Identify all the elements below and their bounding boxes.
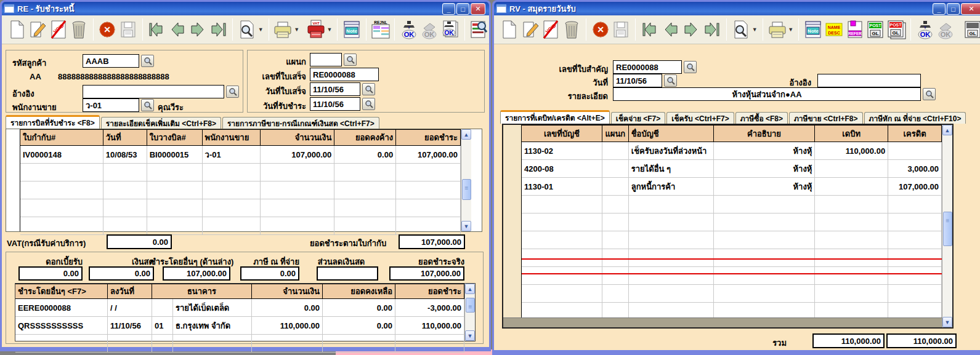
- tab-sales-tax[interactable]: ภาษีขาย <Ctrl+F8>: [789, 112, 863, 124]
- preview-icon[interactable]: [237, 18, 257, 41]
- voucher-search-button[interactable]: [684, 61, 697, 73]
- print-dropdown[interactable]: ▼: [294, 26, 299, 33]
- next-record-icon[interactable]: [188, 18, 208, 41]
- journal-row[interactable]: 1130-02 เช็ครับลงวันที่ล่วงหน้า ห้างหุ้ …: [522, 142, 942, 160]
- approve-ok-icon[interactable]: ▼OK: [399, 18, 419, 41]
- pay-date-field[interactable]: 11/10/56: [310, 97, 360, 111]
- department-field[interactable]: [310, 53, 342, 66]
- document-search-icon[interactable]: [469, 18, 489, 41]
- journal-hscrollbar[interactable]: [503, 317, 942, 327]
- tab-debit-credit[interactable]: รายการที่เดบิท/เครดิต <Alt+E>: [500, 110, 610, 124]
- scroll-down-icon[interactable]: ▼: [461, 221, 471, 231]
- rv-reference-field[interactable]: [817, 74, 921, 87]
- next-record-icon[interactable]: [681, 18, 702, 41]
- prev-record-icon[interactable]: [167, 18, 187, 41]
- voucher-no-field[interactable]: RE0000088: [613, 60, 682, 74]
- other-scrollbar[interactable]: ▲ ▼: [464, 284, 475, 341]
- gl-partial-icon[interactable]: GL: [962, 18, 980, 41]
- minimize-button[interactable]: _: [442, 3, 455, 15]
- name-desc-icon[interactable]: NAMEDESC: [824, 18, 844, 41]
- salesman-search-button[interactable]: [141, 99, 154, 111]
- tab-bills[interactable]: รายการบิลที่รับชำระ <F8>: [6, 115, 100, 129]
- invoice-total-field[interactable]: 107,000.00: [399, 234, 465, 249]
- first-record-icon[interactable]: [639, 18, 660, 41]
- date-search-button[interactable]: [664, 74, 677, 87]
- actual-field[interactable]: 107,000.00: [389, 266, 464, 281]
- tab-purchase-tax[interactable]: ภาษีซื้อ <F8>: [735, 112, 788, 124]
- department-search-button[interactable]: [344, 54, 357, 66]
- scroll-down-icon[interactable]: ▼: [465, 330, 475, 341]
- other-row[interactable]: EERE0000088 / / รายได้เบ็ดเตล็ด 0.00 0.0…: [15, 299, 464, 317]
- approve-all-ok-icon[interactable]: OK: [440, 18, 460, 41]
- journal-row[interactable]: 4200-08 รายได้อื่น ๆ ห้างหุ้ 3,000.00: [522, 160, 942, 178]
- close-button[interactable]: ✕: [961, 3, 980, 15]
- col-other-paid[interactable]: ยอดชำระ: [395, 284, 464, 299]
- wht-field[interactable]: 0.00: [240, 266, 299, 281]
- void-document-icon[interactable]: VOID: [540, 18, 561, 41]
- col-credit[interactable]: เครดิต: [888, 125, 942, 142]
- other-field[interactable]: 107,000.00: [163, 266, 230, 281]
- customer-code-field[interactable]: AAAB: [83, 54, 139, 68]
- preview-dropdown[interactable]: ▼: [258, 26, 264, 33]
- receipt-no-field[interactable]: RE0000088: [310, 68, 379, 81]
- col-paid[interactable]: ยอดชำระ: [396, 129, 461, 146]
- pay-date-search-button[interactable]: [362, 98, 375, 110]
- save-icon[interactable]: [611, 18, 632, 41]
- post-gl-all-icon[interactable]: POSTGL: [886, 18, 907, 41]
- col-billing[interactable]: ใบวางบิล#: [147, 129, 203, 146]
- col-other-doc[interactable]: ชำระโดยอื่นๆ <F7>: [15, 284, 108, 299]
- col-debit[interactable]: เดบิท: [815, 125, 888, 142]
- cancel-icon[interactable]: ✕: [590, 18, 611, 41]
- col-date[interactable]: วันที่: [103, 129, 147, 146]
- journal-scrollbar[interactable]: ▲ ▼: [942, 125, 952, 327]
- description-search-button[interactable]: [923, 88, 936, 100]
- col-other-amount[interactable]: จำนวนเงิน: [252, 284, 323, 299]
- delete-icon[interactable]: [561, 18, 582, 41]
- scroll-up-icon[interactable]: ▲: [465, 284, 475, 294]
- print-icon[interactable]: [767, 18, 788, 41]
- unapprove-ok-icon[interactable]: OK: [936, 18, 957, 41]
- bills-scrollbar[interactable]: ▲ ▼: [461, 129, 471, 231]
- tab-cheque-pay[interactable]: เช็คจ่าย <F7>: [611, 112, 665, 124]
- col-amount[interactable]: จำนวนเงิน: [261, 129, 334, 146]
- col-other-balance[interactable]: ยอดคงเหลือ: [323, 284, 395, 299]
- minimize-button[interactable]: _: [933, 3, 946, 15]
- interest-field[interactable]: 0.00: [18, 266, 83, 281]
- tab-cheque-receive[interactable]: เช็ครับ <Ctrl+F7>: [666, 112, 734, 124]
- last-record-icon[interactable]: [702, 18, 723, 41]
- col-salesman[interactable]: พนักงานขาย: [203, 129, 261, 146]
- post-gl-icon[interactable]: POSTGL: [865, 18, 886, 41]
- new-document-icon[interactable]: [499, 18, 520, 41]
- reference-field[interactable]: [83, 85, 224, 98]
- salesman-field[interactable]: ว-01: [83, 98, 139, 112]
- date-field[interactable]: 11/10/56: [613, 74, 662, 87]
- void-document-icon[interactable]: VOID: [48, 18, 68, 41]
- note-icon[interactable]: Note: [341, 18, 362, 41]
- discount-field[interactable]: [317, 266, 378, 281]
- preview-dropdown[interactable]: ▼: [752, 26, 758, 33]
- prev-record-icon[interactable]: [660, 18, 681, 41]
- preview-icon[interactable]: [731, 18, 751, 41]
- col-account[interactable]: เลขที่บัญชี: [522, 125, 602, 142]
- cash-field[interactable]: 0.00: [89, 266, 154, 281]
- reference-search-button[interactable]: [226, 86, 239, 98]
- note-icon[interactable]: Note: [803, 18, 824, 41]
- print-icon[interactable]: [273, 18, 293, 41]
- description-field[interactable]: ห้างหุ้นส่วนจำก●AA: [613, 87, 921, 101]
- tab-sales-tax[interactable]: รายการภาษีขาย-กรณีเกณฑ์เงินสด <Ctrl+F7>: [222, 117, 379, 129]
- col-other-bank[interactable]: ธนาคาร: [152, 284, 252, 299]
- refer-icon[interactable]: REFER: [844, 18, 865, 41]
- vat-field[interactable]: 0.00: [107, 234, 172, 249]
- col-desc[interactable]: คำอธิบาย: [714, 125, 816, 142]
- tab-cheque-detail[interactable]: รายละเอียดเช็คเพิ่มเติม <Ctrl+F8>: [101, 117, 221, 129]
- tab-wht[interactable]: ภาษีหัก ณ ที่จ่าย <Ctrl+F10>: [864, 112, 966, 124]
- last-record-icon[interactable]: [208, 18, 229, 41]
- scroll-down-icon[interactable]: ▼: [942, 317, 952, 327]
- unapprove-ok-icon[interactable]: OK: [419, 18, 440, 41]
- edit-document-icon[interactable]: [27, 18, 47, 41]
- edit-document-icon[interactable]: [520, 18, 541, 41]
- receipt-date-search-button[interactable]: [362, 83, 375, 95]
- scroll-up-icon[interactable]: ▲: [942, 125, 952, 135]
- save-icon[interactable]: [118, 18, 138, 41]
- cancel-icon[interactable]: ✕: [97, 18, 118, 41]
